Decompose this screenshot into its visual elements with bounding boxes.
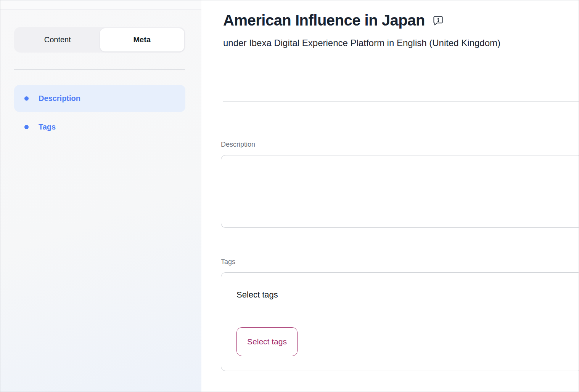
tab-content[interactable]: Content (15, 28, 100, 51)
sidebar-item-tags[interactable]: Tags (14, 114, 185, 141)
edit-sidebar: Content Meta Description Tags (0, 0, 201, 392)
page-title: American Influence in Japan (223, 11, 425, 29)
speech-bubble-info-icon[interactable] (433, 15, 444, 28)
description-input[interactable] (221, 155, 579, 228)
sidebar-item-description[interactable]: Description (14, 85, 185, 112)
sidebar-divider (14, 69, 185, 70)
sidebar-item-label: Description (39, 94, 80, 103)
content-meta-tab-switcher: Content Meta (14, 27, 185, 53)
tags-field-label: Tags (221, 258, 235, 266)
title-row: American Influence in Japan (223, 11, 444, 29)
main-content: American Influence in Japan under Ibexa … (201, 0, 579, 392)
header-divider (223, 101, 579, 102)
sidebar-header-strip (0, 0, 201, 10)
anchor-nav: Description Tags (14, 85, 185, 141)
tags-selection-text: Select tags (236, 290, 579, 300)
bullet-dot-icon (24, 96, 29, 101)
bullet-dot-icon (24, 125, 29, 129)
description-field-label: Description (221, 141, 255, 149)
tab-meta[interactable]: Meta (100, 28, 185, 51)
location-subtitle: under Ibexa Digital Experience Platform … (223, 37, 500, 49)
sidebar-item-label: Tags (39, 123, 56, 131)
select-tags-button[interactable]: Select tags (236, 327, 298, 356)
tags-field-group: Select tags Select tags (221, 272, 579, 371)
content-edit-page: Content Meta Description Tags American I… (0, 0, 579, 392)
